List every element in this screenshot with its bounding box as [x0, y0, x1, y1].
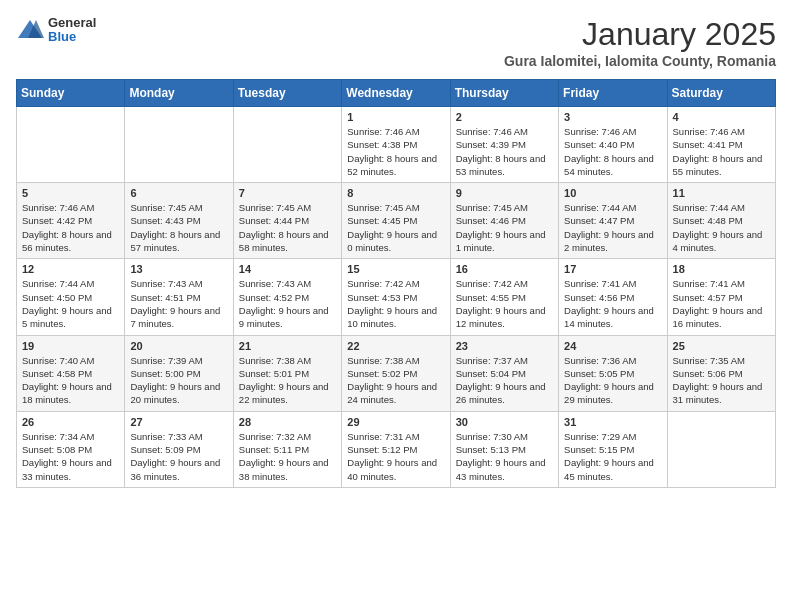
day-number: 27 — [130, 416, 227, 428]
calendar-day-cell: 25Sunrise: 7:35 AM Sunset: 5:06 PM Dayli… — [667, 335, 775, 411]
day-info: Sunrise: 7:33 AM Sunset: 5:09 PM Dayligh… — [130, 430, 227, 483]
day-number: 19 — [22, 340, 119, 352]
day-info: Sunrise: 7:43 AM Sunset: 4:52 PM Dayligh… — [239, 277, 336, 330]
calendar-day-cell: 13Sunrise: 7:43 AM Sunset: 4:51 PM Dayli… — [125, 259, 233, 335]
calendar-day-cell — [17, 107, 125, 183]
calendar-day-cell: 16Sunrise: 7:42 AM Sunset: 4:55 PM Dayli… — [450, 259, 558, 335]
calendar-day-cell: 10Sunrise: 7:44 AM Sunset: 4:47 PM Dayli… — [559, 183, 667, 259]
calendar-day-cell: 5Sunrise: 7:46 AM Sunset: 4:42 PM Daylig… — [17, 183, 125, 259]
weekday-header-saturday: Saturday — [667, 80, 775, 107]
day-info: Sunrise: 7:45 AM Sunset: 4:44 PM Dayligh… — [239, 201, 336, 254]
day-number: 28 — [239, 416, 336, 428]
calendar-day-cell: 14Sunrise: 7:43 AM Sunset: 4:52 PM Dayli… — [233, 259, 341, 335]
day-info: Sunrise: 7:42 AM Sunset: 4:53 PM Dayligh… — [347, 277, 444, 330]
calendar-day-cell: 11Sunrise: 7:44 AM Sunset: 4:48 PM Dayli… — [667, 183, 775, 259]
day-number: 7 — [239, 187, 336, 199]
day-info: Sunrise: 7:46 AM Sunset: 4:39 PM Dayligh… — [456, 125, 553, 178]
day-info: Sunrise: 7:45 AM Sunset: 4:46 PM Dayligh… — [456, 201, 553, 254]
calendar-week-row: 12Sunrise: 7:44 AM Sunset: 4:50 PM Dayli… — [17, 259, 776, 335]
day-info: Sunrise: 7:46 AM Sunset: 4:41 PM Dayligh… — [673, 125, 770, 178]
day-info: Sunrise: 7:37 AM Sunset: 5:04 PM Dayligh… — [456, 354, 553, 407]
logo-blue-text: Blue — [48, 30, 96, 44]
day-number: 3 — [564, 111, 661, 123]
day-number: 9 — [456, 187, 553, 199]
location-title: Gura Ialomitei, Ialomita County, Romania — [504, 53, 776, 69]
weekday-header-thursday: Thursday — [450, 80, 558, 107]
calendar-day-cell — [667, 411, 775, 487]
title-block: January 2025 Gura Ialomitei, Ialomita Co… — [504, 16, 776, 69]
calendar-day-cell: 2Sunrise: 7:46 AM Sunset: 4:39 PM Daylig… — [450, 107, 558, 183]
calendar-day-cell: 20Sunrise: 7:39 AM Sunset: 5:00 PM Dayli… — [125, 335, 233, 411]
day-info: Sunrise: 7:41 AM Sunset: 4:56 PM Dayligh… — [564, 277, 661, 330]
day-info: Sunrise: 7:35 AM Sunset: 5:06 PM Dayligh… — [673, 354, 770, 407]
calendar-day-cell: 24Sunrise: 7:36 AM Sunset: 5:05 PM Dayli… — [559, 335, 667, 411]
calendar-day-cell: 18Sunrise: 7:41 AM Sunset: 4:57 PM Dayli… — [667, 259, 775, 335]
month-title: January 2025 — [504, 16, 776, 53]
day-info: Sunrise: 7:38 AM Sunset: 5:02 PM Dayligh… — [347, 354, 444, 407]
day-info: Sunrise: 7:38 AM Sunset: 5:01 PM Dayligh… — [239, 354, 336, 407]
calendar-day-cell: 1Sunrise: 7:46 AM Sunset: 4:38 PM Daylig… — [342, 107, 450, 183]
calendar-week-row: 26Sunrise: 7:34 AM Sunset: 5:08 PM Dayli… — [17, 411, 776, 487]
day-number: 20 — [130, 340, 227, 352]
calendar-day-cell: 3Sunrise: 7:46 AM Sunset: 4:40 PM Daylig… — [559, 107, 667, 183]
day-info: Sunrise: 7:46 AM Sunset: 4:40 PM Dayligh… — [564, 125, 661, 178]
calendar-day-cell: 12Sunrise: 7:44 AM Sunset: 4:50 PM Dayli… — [17, 259, 125, 335]
calendar-day-cell: 29Sunrise: 7:31 AM Sunset: 5:12 PM Dayli… — [342, 411, 450, 487]
calendar-day-cell: 15Sunrise: 7:42 AM Sunset: 4:53 PM Dayli… — [342, 259, 450, 335]
day-info: Sunrise: 7:45 AM Sunset: 4:43 PM Dayligh… — [130, 201, 227, 254]
day-number: 2 — [456, 111, 553, 123]
day-number: 4 — [673, 111, 770, 123]
calendar-day-cell: 17Sunrise: 7:41 AM Sunset: 4:56 PM Dayli… — [559, 259, 667, 335]
day-info: Sunrise: 7:42 AM Sunset: 4:55 PM Dayligh… — [456, 277, 553, 330]
day-number: 24 — [564, 340, 661, 352]
weekday-header-wednesday: Wednesday — [342, 80, 450, 107]
day-info: Sunrise: 7:45 AM Sunset: 4:45 PM Dayligh… — [347, 201, 444, 254]
day-number: 25 — [673, 340, 770, 352]
day-info: Sunrise: 7:34 AM Sunset: 5:08 PM Dayligh… — [22, 430, 119, 483]
calendar-day-cell: 9Sunrise: 7:45 AM Sunset: 4:46 PM Daylig… — [450, 183, 558, 259]
day-info: Sunrise: 7:46 AM Sunset: 4:42 PM Dayligh… — [22, 201, 119, 254]
calendar-day-cell: 27Sunrise: 7:33 AM Sunset: 5:09 PM Dayli… — [125, 411, 233, 487]
day-info: Sunrise: 7:41 AM Sunset: 4:57 PM Dayligh… — [673, 277, 770, 330]
calendar-day-cell: 26Sunrise: 7:34 AM Sunset: 5:08 PM Dayli… — [17, 411, 125, 487]
day-number: 22 — [347, 340, 444, 352]
day-info: Sunrise: 7:30 AM Sunset: 5:13 PM Dayligh… — [456, 430, 553, 483]
day-number: 10 — [564, 187, 661, 199]
calendar-day-cell: 6Sunrise: 7:45 AM Sunset: 4:43 PM Daylig… — [125, 183, 233, 259]
weekday-header-row: SundayMondayTuesdayWednesdayThursdayFrid… — [17, 80, 776, 107]
day-number: 14 — [239, 263, 336, 275]
day-info: Sunrise: 7:39 AM Sunset: 5:00 PM Dayligh… — [130, 354, 227, 407]
calendar-day-cell: 30Sunrise: 7:30 AM Sunset: 5:13 PM Dayli… — [450, 411, 558, 487]
day-number: 30 — [456, 416, 553, 428]
day-info: Sunrise: 7:46 AM Sunset: 4:38 PM Dayligh… — [347, 125, 444, 178]
calendar-day-cell — [233, 107, 341, 183]
calendar-day-cell: 23Sunrise: 7:37 AM Sunset: 5:04 PM Dayli… — [450, 335, 558, 411]
calendar-day-cell: 19Sunrise: 7:40 AM Sunset: 4:58 PM Dayli… — [17, 335, 125, 411]
day-number: 15 — [347, 263, 444, 275]
day-number: 13 — [130, 263, 227, 275]
day-number: 31 — [564, 416, 661, 428]
day-info: Sunrise: 7:36 AM Sunset: 5:05 PM Dayligh… — [564, 354, 661, 407]
calendar-day-cell: 28Sunrise: 7:32 AM Sunset: 5:11 PM Dayli… — [233, 411, 341, 487]
day-info: Sunrise: 7:43 AM Sunset: 4:51 PM Dayligh… — [130, 277, 227, 330]
calendar-week-row: 19Sunrise: 7:40 AM Sunset: 4:58 PM Dayli… — [17, 335, 776, 411]
logo-general-text: General — [48, 16, 96, 30]
day-number: 18 — [673, 263, 770, 275]
day-number: 12 — [22, 263, 119, 275]
weekday-header-monday: Monday — [125, 80, 233, 107]
calendar-table: SundayMondayTuesdayWednesdayThursdayFrid… — [16, 79, 776, 488]
day-number: 26 — [22, 416, 119, 428]
logo-text: General Blue — [48, 16, 96, 45]
day-number: 29 — [347, 416, 444, 428]
weekday-header-friday: Friday — [559, 80, 667, 107]
calendar-day-cell: 4Sunrise: 7:46 AM Sunset: 4:41 PM Daylig… — [667, 107, 775, 183]
page-header: General Blue January 2025 Gura Ialomitei… — [16, 16, 776, 69]
logo-icon — [16, 16, 44, 44]
calendar-day-cell: 8Sunrise: 7:45 AM Sunset: 4:45 PM Daylig… — [342, 183, 450, 259]
day-info: Sunrise: 7:29 AM Sunset: 5:15 PM Dayligh… — [564, 430, 661, 483]
calendar-day-cell: 22Sunrise: 7:38 AM Sunset: 5:02 PM Dayli… — [342, 335, 450, 411]
day-number: 8 — [347, 187, 444, 199]
calendar-week-row: 1Sunrise: 7:46 AM Sunset: 4:38 PM Daylig… — [17, 107, 776, 183]
weekday-header-tuesday: Tuesday — [233, 80, 341, 107]
day-number: 5 — [22, 187, 119, 199]
